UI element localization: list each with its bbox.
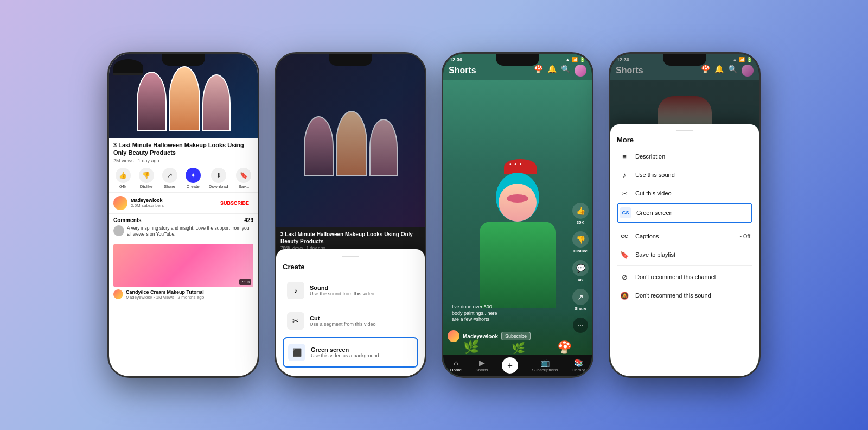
battery-icon: 🔋 <box>579 57 585 62</box>
search-icon[interactable]: 🔍 <box>561 65 570 77</box>
p1-video-title: 3 Last Minute Halloween Makeup Looks Usi… <box>113 141 253 157</box>
rec-text-block: Candy/Ice Cream Makeup Tutorial Madeyewl… <box>126 289 204 300</box>
nav-library[interactable]: 📚 Library <box>572 358 585 372</box>
p4-bell-icon[interactable]: 🔔 <box>714 65 724 77</box>
dont-recommend-channel-icon: ⊘ <box>619 271 630 282</box>
p4-header-avatar[interactable] <box>742 65 754 77</box>
cut-video-text: Cut this video <box>635 190 750 197</box>
more-dots-icon: ⋯ <box>573 318 588 333</box>
p2-bg-grad <box>276 54 425 227</box>
p3-status-icons: ▲ 📶 🔋 <box>565 57 585 62</box>
comment-count: 4K <box>578 277 583 282</box>
phone-1: 3 Last Minute Halloween Makeup Looks Usi… <box>107 52 259 378</box>
description-text: Description <box>635 153 750 160</box>
subscribe-button[interactable]: SUBSCRIBE <box>216 198 253 208</box>
mushroom-cap: ● ● ● <box>504 159 537 174</box>
comment-action[interactable]: 💬 4K <box>572 260 589 282</box>
like-action[interactable]: 👍 35K <box>572 203 589 225</box>
more-sheet: More ≡ Description ♪ Use this sound ✂ Cu… <box>610 124 759 376</box>
rec-title: Candy/Ice Cream Makeup Tutorial <box>126 289 204 295</box>
save-button[interactable]: 🔖 Sav... <box>236 168 251 189</box>
dislike-button[interactable]: 👎 Dislike <box>139 168 154 189</box>
channel-avatar <box>113 196 127 210</box>
p4-time: 12:30 <box>617 57 629 62</box>
p3-caption: I've done over 500 body paintings.. here… <box>452 304 503 323</box>
p2-figure-1 <box>304 116 334 176</box>
sheet-handle <box>342 256 359 257</box>
figure-2 <box>169 66 200 131</box>
more-cut-video[interactable]: ✂ Cut this video <box>617 184 752 203</box>
more-description[interactable]: ≡ Description <box>617 147 752 166</box>
sound-icon: ♪ <box>287 282 304 299</box>
p4-status-icons: ▲ 📶 🔋 <box>732 57 752 62</box>
dont-recommend-sound-icon: 🔕 <box>619 290 630 301</box>
comments-count: 429 <box>244 217 253 223</box>
p2-figure-2 <box>336 111 367 176</box>
share-arrow-icon: ↗ <box>572 289 589 305</box>
greenscreen-sheet-item[interactable]: ⬛ Green screen Use this video as a backg… <box>283 337 418 368</box>
sound-sheet-item[interactable]: ♪ Sound Use the sound from this video <box>283 276 418 305</box>
nav-shorts[interactable]: ▶ Shorts <box>475 358 488 372</box>
more-dont-recommend-channel[interactable]: ⊘ Don't recommend this channel <box>617 268 752 286</box>
more-sheet-title: More <box>617 136 752 144</box>
greenscreen-title: Green screen <box>311 346 379 353</box>
p3-subscribe-btn[interactable]: Subscribe <box>501 332 531 340</box>
greenscreen-icon: ⬛ <box>288 344 305 361</box>
phone-1-screen: 3 Last Minute Halloween Makeup Looks Usi… <box>109 54 258 376</box>
rec-channel-avatar <box>113 289 123 299</box>
divider-1 <box>617 225 752 225</box>
p3-header: Shorts 🍄 🔔 🔍 <box>443 64 592 80</box>
dislike-action[interactable]: 👎 Dislike <box>572 231 589 254</box>
p2-figure-3 <box>369 119 398 176</box>
create-button[interactable]: ✦ Create <box>186 168 201 189</box>
sound-title: Sound <box>310 284 374 291</box>
cut-sheet-item[interactable]: ✂ Cut Use a segment from this video <box>283 307 418 335</box>
nav-subscriptions[interactable]: 📺 Subscriptions <box>532 358 558 372</box>
captions-badge: • Off <box>740 233 750 239</box>
thumb-figures <box>137 61 231 131</box>
nav-create-btn[interactable]: ＋ <box>502 357 518 374</box>
phone-1-thumbnail[interactable] <box>109 54 258 138</box>
more-captions[interactable]: CC Captions • Off <box>617 227 752 245</box>
subscriptions-icon: 📺 <box>540 358 550 367</box>
download-button[interactable]: ⬇ Download <box>209 168 228 189</box>
rec-meta: Madeyewlook · 1M views · 2 months ago <box>126 295 204 300</box>
nav-home[interactable]: ⌂ Home <box>450 358 462 372</box>
bell-icon[interactable]: 🔔 <box>547 65 557 77</box>
p3-header-avatar[interactable] <box>575 65 586 77</box>
more-dont-recommend-sound[interactable]: 🔕 Don't recommend this sound <box>617 286 752 305</box>
more-save-playlist[interactable]: 🔖 Save to playlist <box>617 245 752 264</box>
share-action[interactable]: ↗ Share <box>572 289 589 311</box>
shorts-logo: Shorts <box>449 66 534 75</box>
share-button[interactable]: ↗ Share <box>162 168 177 189</box>
phone-2-screen: 3 Last Minute Halloween Makeup Looks Usi… <box>276 54 425 376</box>
more-action[interactable]: ⋯ <box>573 318 588 333</box>
sheet-title: Create <box>283 263 418 271</box>
body <box>480 222 556 308</box>
face <box>499 184 537 222</box>
p1-video-meta: 2M views · 1 day ago <box>113 158 253 163</box>
save-playlist-text: Save to playlist <box>635 251 750 258</box>
p4-battery-icon: 🔋 <box>746 57 752 62</box>
channel-name[interactable]: Madeyewlook <box>131 198 213 203</box>
comments-label: Comments <box>113 217 142 223</box>
like-icon: 👍 <box>116 168 131 183</box>
p3-chan-name[interactable]: Madeyewlook <box>463 333 498 339</box>
cut-video-icon: ✂ <box>619 188 630 199</box>
figure-1 <box>137 72 167 131</box>
phone-4: 12:30 ▲ 📶 🔋 Shorts 🍄 🔔 🔍 More <box>609 52 761 378</box>
p3-channel-name-row: Madeyewlook Subscribe <box>448 330 531 342</box>
face-makeup <box>507 194 528 203</box>
more-green-screen[interactable]: GS Green screen <box>617 203 752 223</box>
more-use-sound[interactable]: ♪ Use this sound <box>617 166 752 184</box>
p4-mushroom-icon: 🍄 <box>701 65 710 77</box>
mushroom-dots: ● ● ● <box>509 162 522 166</box>
p4-status-bar: 12:30 ▲ 📶 🔋 <box>610 54 759 64</box>
shorts-icon: ▶ <box>479 358 485 367</box>
p4-search-icon[interactable]: 🔍 <box>728 65 737 77</box>
recommended-video[interactable]: 7:13 Candy/Ice Cream Makeup Tutorial Mad… <box>113 244 253 300</box>
like-button[interactable]: 👍 64k <box>116 168 131 189</box>
use-sound-text: Use this sound <box>635 172 750 178</box>
signal-icon: 📶 <box>572 57 578 62</box>
library-icon: 📚 <box>574 358 583 367</box>
